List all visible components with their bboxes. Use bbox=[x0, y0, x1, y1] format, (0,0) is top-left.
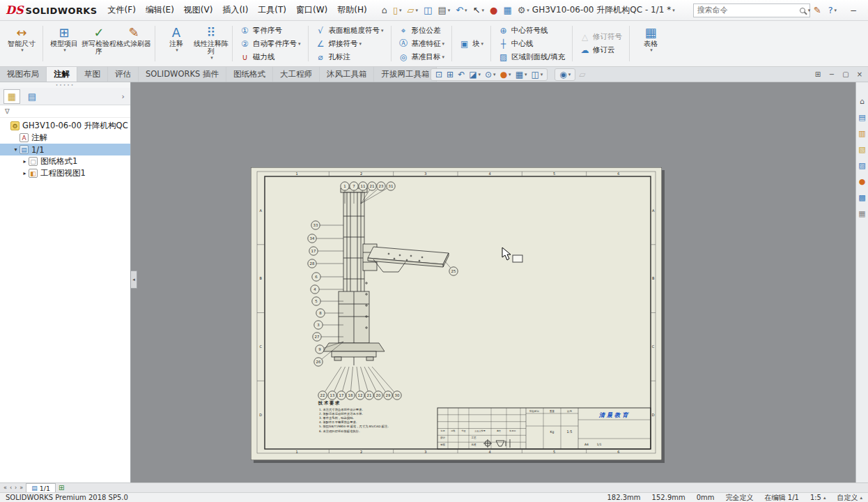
last-sheet-button[interactable]: » bbox=[18, 483, 24, 492]
tab-sketch[interactable]: 草图 bbox=[77, 67, 108, 82]
home-pane-button[interactable]: ⌂ bbox=[857, 96, 867, 107]
tab-big-engineer[interactable]: 大工程师 bbox=[273, 67, 320, 82]
options-button[interactable]: ⚙▾ bbox=[516, 4, 532, 16]
tree-drawing-view[interactable]: ▸◧工程图视图1 bbox=[0, 167, 130, 179]
tab-sheet-format[interactable]: 图纸格式 bbox=[226, 67, 273, 82]
block-button[interactable]: ▣块▾ bbox=[456, 37, 487, 50]
drawing-sheet-svg[interactable]: 112233445566AABBCCDD bbox=[251, 167, 662, 460]
tab-solidworks-addins[interactable]: SOLIDWORKS 插件 bbox=[139, 67, 226, 82]
tree-expander-icon[interactable]: ▸ bbox=[21, 158, 29, 165]
new-document-button[interactable]: ▯▾ bbox=[391, 4, 404, 16]
rebuild-button[interactable]: ● bbox=[488, 4, 499, 16]
zoom-to-area-button[interactable]: ⊞ bbox=[444, 70, 456, 79]
tab-kaifawang-toolbox[interactable]: 开拔网工具箱 bbox=[374, 67, 437, 82]
featuremanager-tree-tab[interactable]: ▦ bbox=[3, 89, 20, 104]
center-mark-button[interactable]: ⊕中心符号线 bbox=[495, 24, 568, 37]
forum-pane-button[interactable]: ▦ bbox=[857, 208, 867, 219]
tab-evaluate[interactable]: 评估 bbox=[108, 67, 139, 82]
apply-scene-button[interactable]: ▦▾ bbox=[513, 70, 529, 79]
doc-close-button[interactable]: × bbox=[853, 68, 866, 80]
model-items-button[interactable]: ⊞模型项目▾ bbox=[47, 23, 82, 65]
edit-appearance-button[interactable]: ●▾ bbox=[498, 70, 513, 79]
panel-flyout-chevron-icon[interactable]: › bbox=[122, 92, 127, 101]
units[interactable]: 自定义▴ bbox=[837, 493, 862, 502]
prev-sheet-button[interactable]: ‹ bbox=[8, 483, 13, 492]
sheet-tab-active[interactable]: ▤1/1 bbox=[26, 483, 56, 492]
tree-sheet[interactable]: ▾▤1/1 bbox=[0, 144, 130, 155]
area-hatch-fill-button[interactable]: ▨区域剖面线/填充 bbox=[495, 50, 568, 63]
view-palette-button[interactable]: ▨ bbox=[857, 160, 867, 171]
centerline-button[interactable]: ┼中心线 bbox=[495, 37, 568, 50]
hide-show-items-button[interactable]: ⊙▾ bbox=[483, 70, 498, 79]
tree-expander-icon[interactable]: ▾ bbox=[12, 146, 20, 153]
spell-checker-button[interactable]: ✓拼写检验程序 bbox=[82, 23, 116, 65]
menu-window[interactable]: 窗口(W) bbox=[291, 3, 332, 17]
doc-minimize-button[interactable]: − bbox=[826, 68, 838, 80]
auto-balloon-button[interactable]: ②自动零件序号▾ bbox=[236, 37, 304, 50]
tree-expander-icon[interactable]: ▸ bbox=[21, 170, 29, 176]
next-sheet-button[interactable]: › bbox=[13, 483, 18, 492]
open-document-button[interactable]: ▱▾ bbox=[405, 4, 421, 16]
sketch-help-button[interactable]: ✎ bbox=[810, 3, 825, 17]
display-style-button[interactable]: ◫▾ bbox=[529, 70, 545, 79]
tree-filter-row[interactable]: ∇ bbox=[0, 105, 130, 118]
maximize-button[interactable]: ▢ bbox=[862, 3, 868, 17]
panel-collapse-handle[interactable]: ◂ bbox=[131, 271, 137, 289]
menu-tools[interactable]: 工具(T) bbox=[253, 3, 291, 17]
geometric-tolerance-button[interactable]: ⌖形位公差 bbox=[395, 24, 449, 37]
menu-file[interactable]: 文件(F) bbox=[103, 3, 141, 17]
sheet-scale[interactable]: 1:5▴ bbox=[810, 494, 826, 501]
undo-button[interactable]: ↶▾ bbox=[454, 4, 469, 16]
appearances-scenes-button[interactable]: ● bbox=[857, 176, 867, 187]
document-menu-caret-icon[interactable]: ▾ bbox=[672, 8, 675, 13]
solidworks-resources-button[interactable]: ▤ bbox=[857, 112, 867, 123]
select-button[interactable]: ↖▾ bbox=[471, 4, 486, 16]
tree-sheet-format[interactable]: ▸▢图纸格式1 bbox=[0, 155, 130, 167]
print-button[interactable]: ▤▾ bbox=[435, 4, 452, 16]
tables-button[interactable]: ▦表格▾ bbox=[633, 23, 668, 65]
smart-dimension-button[interactable]: ↔智能尺寸▾ bbox=[4, 23, 39, 65]
section-view-button[interactable]: ◪▾ bbox=[467, 70, 483, 79]
menu-insert[interactable]: 插入(I) bbox=[217, 3, 253, 17]
design-library-button[interactable]: ▥ bbox=[857, 128, 867, 139]
save-button[interactable]: ◫ bbox=[421, 4, 434, 16]
view-orientation-button[interactable]: ◉▾ bbox=[557, 70, 573, 79]
datum-feature-button[interactable]: Ⓐ基准特征▾ bbox=[395, 37, 449, 50]
balloon-button[interactable]: ①零件序号 bbox=[236, 24, 304, 37]
doc-restore-button[interactable]: ▢ bbox=[839, 68, 852, 80]
previous-view-button[interactable]: ↶ bbox=[456, 70, 467, 79]
help-button[interactable]: ?▾ bbox=[825, 3, 840, 17]
magnetic-line-button[interactable]: ∪磁力线 bbox=[236, 50, 304, 63]
toggle-task-panes-button[interactable]: ⊞ bbox=[812, 68, 824, 80]
datum-target-button[interactable]: ◎基准目标▾ bbox=[395, 50, 449, 63]
zoom-to-fit-button[interactable]: ⊡ bbox=[433, 70, 444, 79]
surface-finish-button[interactable]: √表面粗糙度符号▾ bbox=[312, 24, 387, 37]
first-sheet-button[interactable]: « bbox=[2, 483, 8, 492]
propertymanager-tab[interactable]: ▤ bbox=[24, 89, 40, 104]
format-painter-button[interactable]: ✎格式涂刷器 bbox=[116, 23, 151, 65]
file-explorer-button[interactable]: ▧ bbox=[857, 144, 867, 155]
search-input[interactable] bbox=[697, 6, 798, 15]
drawing-sheet[interactable]: 112233445566AABBCCDD bbox=[251, 167, 662, 460]
file-properties-button[interactable]: ▦ bbox=[501, 4, 513, 16]
tab-view-layout[interactable]: 视图布局 bbox=[0, 67, 47, 82]
menu-help[interactable]: 帮助(H) bbox=[332, 3, 371, 17]
command-search[interactable]: ▾ bbox=[693, 3, 810, 17]
tab-annotation[interactable]: 注解 bbox=[47, 67, 77, 82]
home-button[interactable]: ⌂ bbox=[380, 4, 389, 16]
minimize-button[interactable]: − bbox=[844, 3, 862, 17]
graphics-area[interactable]: ◂ 112233445566AABBCCDD bbox=[131, 82, 855, 482]
tree-root[interactable]: ⚙GH3V10-06-00 升降机构QC bbox=[0, 120, 130, 132]
linear-note-pattern-button[interactable]: ⠿线性注释阵列▾ bbox=[194, 23, 228, 65]
tree-annotations[interactable]: A注解 bbox=[0, 132, 130, 144]
add-sheet-button[interactable]: ⊞ bbox=[59, 483, 64, 492]
menu-edit[interactable]: 编辑(E) bbox=[141, 3, 179, 17]
menu-view[interactable]: 视图(V) bbox=[179, 3, 218, 17]
panel-splitter-grip[interactable]: ••••• bbox=[0, 82, 130, 88]
tab-mufeng-toolbox[interactable]: 沐风工具箱 bbox=[320, 67, 375, 82]
custom-properties-button[interactable]: ▩ bbox=[857, 192, 867, 203]
hole-callout-button[interactable]: ⌀孔标注 bbox=[312, 50, 387, 63]
revision-cloud-button[interactable]: ☁修订云 bbox=[576, 44, 626, 57]
note-button[interactable]: A注释▾ bbox=[159, 23, 194, 65]
weld-symbol-button[interactable]: ∠焊接符号▾ bbox=[312, 37, 387, 50]
